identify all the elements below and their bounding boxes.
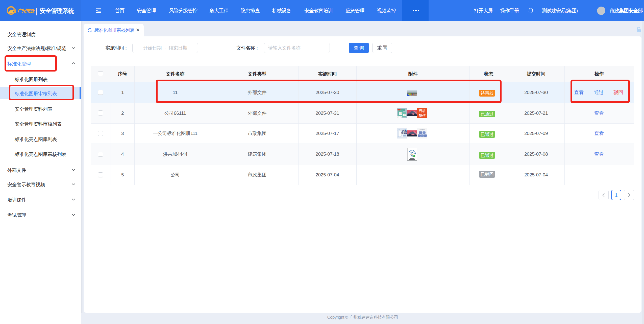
svg-text:次抛: 次抛 [402,129,407,132]
svg-text:SOMENA: SOMENA [419,129,425,131]
svg-text:云耕: 云耕 [419,109,426,113]
svg-text:玻尿酸: 玻尿酸 [401,132,407,134]
svg-text:物作: 物作 [419,113,426,117]
